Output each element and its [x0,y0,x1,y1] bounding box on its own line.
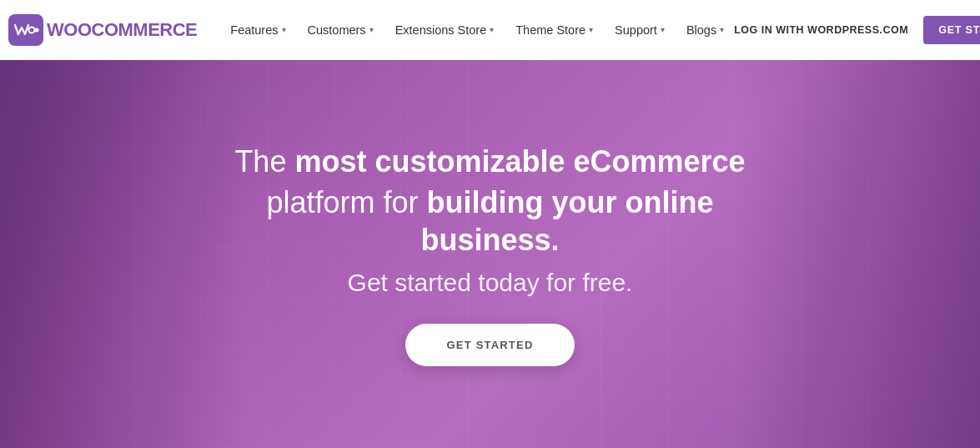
hero-content: The most customizable eCommerce platform… [190,143,791,366]
logo-text: WOOCOMMERCE [47,19,197,41]
get-started-button-nav[interactable]: GET STARTED [923,16,980,44]
hero-headline-line1: The most customizable eCommerce [224,143,757,180]
nav-right: LOG IN WITH WORDPRESS.COM GET STARTED [734,16,980,44]
woo-logo-svg [13,21,39,39]
nav-item-blogs[interactable]: Blogs ▾ [676,17,734,43]
chevron-down-icon: ▾ [661,25,665,34]
hero-section: The most customizable eCommerce platform… [0,60,980,448]
nav-links: Features ▾ Customers ▾ Extensions Store … [220,17,734,43]
nav-item-extensions-store[interactable]: Extensions Store ▾ [385,17,505,43]
svg-point-2 [35,28,39,32]
chevron-down-icon: ▾ [282,25,286,34]
navbar: WOOCOMMERCE Features ▾ Customers ▾ Exten… [0,0,980,60]
nav-item-customers[interactable]: Customers ▾ [298,17,384,43]
chevron-down-icon: ▾ [490,25,494,34]
hero-headline-bold2: building your online business. [420,185,713,257]
chevron-down-icon: ▾ [369,25,374,34]
nav-item-theme-store[interactable]: Theme Store ▾ [505,17,603,43]
hero-subtitle: Get started today for free. [224,269,757,297]
hero-headline-line2: platform for building your online busine… [224,184,757,259]
hero-cta-button[interactable]: GET STARTED [405,324,575,366]
login-link[interactable]: LOG IN WITH WORDPRESS.COM [734,24,908,36]
nav-item-support[interactable]: Support ▾ [605,17,675,43]
chevron-down-icon: ▾ [589,25,593,34]
nav-item-features[interactable]: Features ▾ [220,17,295,43]
logo-icon [8,14,43,46]
logo[interactable]: WOOCOMMERCE [8,14,197,46]
chevron-down-icon: ▾ [720,25,724,34]
hero-headline-bold1: most customizable eCommerce [294,144,745,179]
